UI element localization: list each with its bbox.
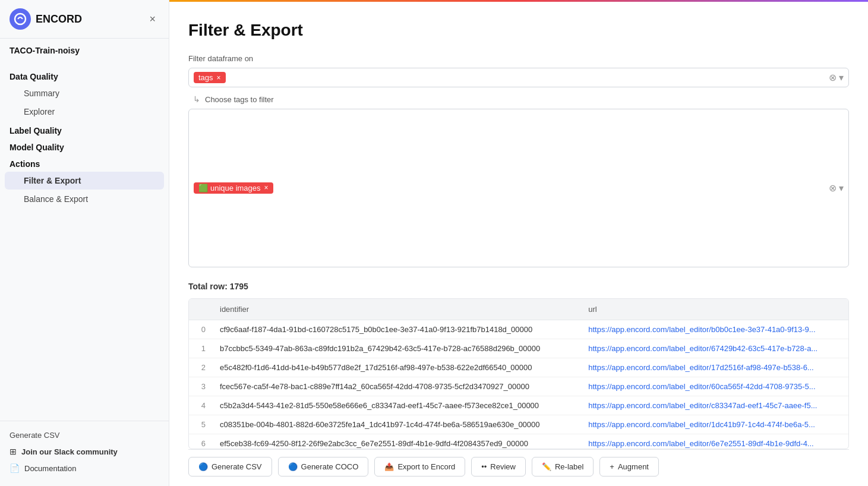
slack-link[interactable]: ⊞ Join our Slack community xyxy=(10,443,159,460)
clear-icon[interactable]: ⊗ xyxy=(829,72,837,83)
tag-select-row[interactable]: 🟩 unique images × ⊗ ▾ xyxy=(188,109,849,267)
table-row: 6 ef5ceb38-fc69-4250-8f12-26f9e2abc3cc_6… xyxy=(189,434,848,449)
generate-coco-button[interactable]: 🔵 Generate COCO xyxy=(278,457,369,476)
chevron-down-icon[interactable]: ▾ xyxy=(839,72,844,83)
docs-link[interactable]: 📄 Documentation xyxy=(10,460,159,476)
page-body: Filter & Export Filter dataframe on tags… xyxy=(169,2,868,486)
sidebar: ENCORD × TACO-Train-noisy Data Quality S… xyxy=(0,0,169,486)
logo-icon xyxy=(10,8,31,30)
row-index: 6 xyxy=(189,434,213,449)
review-label: Review xyxy=(490,462,516,471)
filter-tag-label: tags xyxy=(198,73,213,82)
logo-text: ENCORD xyxy=(36,13,82,26)
filter-tag-tags[interactable]: tags × xyxy=(194,72,226,83)
row-url[interactable]: https://app.encord.com/label_editor/17d2… xyxy=(581,358,848,377)
sidebar-item-balance-export[interactable]: Balance & Export xyxy=(5,190,164,208)
section-header-label-quality[interactable]: Label Quality xyxy=(0,121,169,138)
row-url[interactable]: https://app.encord.com/label_editor/c833… xyxy=(581,396,848,415)
augment-button[interactable]: + Augment xyxy=(599,457,659,476)
row-identifier: c5b2a3d4-5443-41e2-81d5-550e58e666e6_c83… xyxy=(213,396,581,415)
sidebar-nav: Data Quality Summary Explorer Label Qual… xyxy=(0,62,169,421)
row-identifier: ef5ceb38-fc69-4250-8f12-26f9e2abc3cc_6e7… xyxy=(213,434,581,449)
table-row: 4 c5b2a3d4-5443-41e2-81d5-550e58e666e6_c… xyxy=(189,396,848,415)
row-index: 2 xyxy=(189,358,213,377)
bottom-toolbar: 🔵 Generate CSV 🔵 Generate COCO 📤 Export … xyxy=(188,449,849,486)
choose-tags-label: Choose tags to filter xyxy=(205,95,274,104)
review-icon: •• xyxy=(481,462,487,471)
project-name: TACO-Train-noisy xyxy=(0,39,169,62)
need-help-label: Generate CSV xyxy=(10,431,159,440)
row-url[interactable]: https://app.encord.com/label_editor/6e7e… xyxy=(581,434,848,449)
close-button[interactable]: × xyxy=(146,12,159,27)
total-row: Total row: 1795 xyxy=(188,282,849,291)
clear-icon-2[interactable]: ⊗ xyxy=(829,182,837,194)
csv-icon: 🔵 xyxy=(198,462,208,471)
export-icon: 📤 xyxy=(384,462,394,471)
arrow-icon: ↳ xyxy=(193,94,200,104)
row-url[interactable]: https://app.encord.com/label_editor/60ca… xyxy=(581,377,848,396)
export-encord-button[interactable]: 📤 Export to Encord xyxy=(374,457,465,476)
row-index: 3 xyxy=(189,377,213,396)
table-row: 1 b7ccbbc5-5349-47ab-863a-c89fdc191b2a_6… xyxy=(189,339,848,358)
sub-filter-row: ↳ Choose tags to filter xyxy=(188,94,849,104)
row-index: 5 xyxy=(189,415,213,434)
data-table: identifier url 0 cf9c6aaf-f187-4da1-91bd… xyxy=(189,299,848,450)
section-header-data-quality[interactable]: Data Quality xyxy=(0,67,169,84)
unique-tag-close[interactable]: × xyxy=(264,184,269,192)
review-button[interactable]: •• Review xyxy=(471,457,526,476)
sidebar-item-summary[interactable]: Summary xyxy=(5,84,164,102)
tag-label: unique images xyxy=(210,184,261,192)
export-label: Export to Encord xyxy=(397,462,455,471)
row-identifier: e5c482f0-f1d6-41dd-b41e-b49b577d8e2f_17d… xyxy=(213,358,581,377)
section-header-actions[interactable]: Actions xyxy=(0,154,169,171)
sidebar-item-filter-export[interactable]: Filter & Export xyxy=(5,172,164,190)
slack-label: Join our Slack community xyxy=(21,447,118,456)
slack-icon: ⊞ xyxy=(10,447,17,456)
coco-label: Generate COCO xyxy=(301,462,359,471)
sidebar-footer: Generate CSV ⊞ Join our Slack community … xyxy=(0,421,169,486)
coco-icon: 🔵 xyxy=(288,462,298,471)
row-identifier: c08351be-004b-4801-882d-60e3725fe1a4_1dc… xyxy=(213,415,581,434)
row-index: 0 xyxy=(189,320,213,339)
relabel-label: Re-label xyxy=(555,462,583,471)
row-url[interactable]: https://app.encord.com/label_editor/6742… xyxy=(581,339,848,358)
main-content: Filter & Export Filter dataframe on tags… xyxy=(169,0,868,486)
row-index: 1 xyxy=(189,339,213,358)
table-row: 5 c08351be-004b-4801-882d-60e3725fe1a4_1… xyxy=(189,415,848,434)
table-row: 0 cf9c6aaf-f187-4da1-91bd-c160728c5175_b… xyxy=(189,320,848,339)
chevron-down-icon-2[interactable]: ▾ xyxy=(839,182,844,194)
data-table-wrap: identifier url 0 cf9c6aaf-f187-4da1-91bd… xyxy=(188,298,849,450)
row-identifier: fcec567e-ca5f-4e78-bac1-c889e7ff14a2_60c… xyxy=(213,377,581,396)
col-header-index xyxy=(189,299,213,320)
augment-label: Augment xyxy=(618,462,649,471)
col-header-identifier: identifier xyxy=(213,299,581,320)
col-header-url: url xyxy=(581,299,848,320)
row-identifier: b7ccbbc5-5349-47ab-863a-c89fdc191b2a_674… xyxy=(213,339,581,358)
csv-label: Generate CSV xyxy=(212,462,262,471)
sidebar-header: ENCORD × xyxy=(0,0,169,39)
table-row: 2 e5c482f0-f1d6-41dd-b41e-b49b577d8e2f_1… xyxy=(189,358,848,377)
section-header-model-quality[interactable]: Model Quality xyxy=(0,138,169,154)
total-row-count: 1795 xyxy=(230,282,248,291)
unique-images-tag[interactable]: 🟩 unique images × xyxy=(194,182,273,194)
generate-csv-button[interactable]: 🔵 Generate CSV xyxy=(188,457,272,476)
docs-icon: 📄 xyxy=(10,463,20,473)
logo-area: ENCORD xyxy=(10,8,82,30)
sidebar-item-explorer[interactable]: Explorer xyxy=(5,103,164,121)
filter-label: Filter dataframe on xyxy=(188,54,849,63)
row-index: 4 xyxy=(189,396,213,415)
page-title: Filter & Export xyxy=(188,21,849,40)
row-identifier: cf9c6aaf-f187-4da1-91bd-c160728c5175_b0b… xyxy=(213,320,581,339)
total-row-label: Total row: xyxy=(188,282,228,291)
filter-tag-close[interactable]: × xyxy=(217,74,221,82)
docs-label: Documentation xyxy=(24,464,76,473)
tag-emoji: 🟩 xyxy=(198,184,208,192)
relabel-button[interactable]: ✏️ Re-label xyxy=(532,457,594,476)
svg-point-0 xyxy=(15,14,26,24)
row-url[interactable]: https://app.encord.com/label_editor/1dc4… xyxy=(581,415,848,434)
augment-icon: + xyxy=(610,462,614,471)
row-url[interactable]: https://app.encord.com/label_editor/b0b0… xyxy=(581,320,848,339)
table-row: 3 fcec567e-ca5f-4e78-bac1-c889e7ff14a2_6… xyxy=(189,377,848,396)
relabel-icon: ✏️ xyxy=(542,462,551,471)
filter-row: tags × ⊗ ▾ xyxy=(188,68,849,87)
